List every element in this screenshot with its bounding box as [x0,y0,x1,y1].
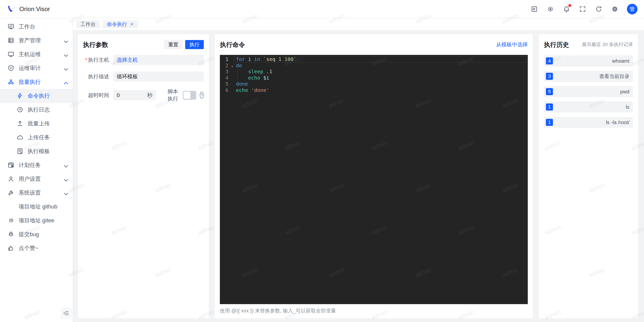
code-line: 2⌄do [220,62,528,69]
sidebar-item-label: 项目地址 github [19,203,57,210]
sidebar-item-log[interactable]: 执行日志 [0,103,73,117]
chevron-up-icon [63,80,67,84]
timeout-field-label: 超时时间 [83,92,109,99]
sidebar-item-label: 计划任务 [19,161,41,169]
code-text: sleep .1 [236,68,528,75]
code-editor[interactable]: 1for i in `seq 1 100`2⌄do3 sleep .14 ech… [220,55,528,304]
history-item[interactable]: 1ls [544,101,633,113]
sidebar-item-workbench[interactable]: 工作台 [0,20,73,33]
line-number: 5 [220,81,228,87]
fold-column [228,75,236,81]
exec-count-badge: 1 [546,103,553,111]
sidebar-item-audit[interactable]: 运维审计 [0,61,73,75]
app-title: Orion Visor [19,6,50,13]
code-text: do [236,62,528,69]
line-number: 1 [220,56,228,62]
sidebar-item-label: 工作台 [19,23,35,30]
sidebar-item-upload[interactable]: 批量上传 [0,117,73,130]
sidebar-item-system[interactable]: 系统设置 [0,186,73,200]
sidebar-item-gitee[interactable]: 项目地址 gitee [0,213,73,227]
fold-column [228,56,236,62]
timeout-input[interactable] [117,92,134,98]
exec-count-badge: 3 [546,73,553,80]
timeout-field: 秒 [113,90,156,100]
api-code-button[interactable] [527,2,541,16]
select-host-link[interactable]: 选择主机 [117,56,138,63]
sidebar-item-label: 执行日志 [28,106,50,114]
history-panel-title: 执行历史 [544,41,569,49]
sidebar-item-label: 命令执行 [28,92,50,100]
line-number: 2 [220,62,228,69]
history-item[interactable]: 4whoami [544,55,633,66]
sidebar-item-command[interactable]: 命令执行 [0,89,73,103]
exec-history-panel: 执行历史 展示最近 20 条执行记录 4whoami3查看当前目录5pwd1ls… [539,34,638,318]
upload-icon [17,120,23,127]
sidebar-item-label: 用户设置 [19,175,41,183]
tab-inactive[interactable]: 工作台 [76,20,100,28]
history-item[interactable]: 3查看当前目录 [544,71,633,82]
logo-icon [7,4,16,14]
line-number: 4 [220,75,228,81]
description-field [113,71,204,82]
sidebar-collapse-button[interactable] [60,307,72,319]
sidebar-item-host-ops[interactable]: 主机运维 [0,47,73,61]
assets-icon [8,37,14,44]
tab-close-icon[interactable] [130,22,134,26]
code-text: echo $i [236,75,528,81]
batch-icon [8,79,14,85]
reset-button[interactable]: 重置 [164,40,183,49]
like-icon [8,245,14,252]
code-line: 1for i in `seq 1 100` [220,56,528,62]
help-icon[interactable] [200,92,204,99]
tab-active[interactable]: 命令执行 [103,20,138,28]
sidebar-item-label: 点个赞~ [19,244,38,252]
sidebar-item-user[interactable]: 用户设置 [0,172,73,186]
menu-fold-icon [63,310,69,316]
sidebar-item-assets[interactable]: 资产管理 [0,33,73,47]
fold-column [228,68,236,75]
script-exec-label: 脚本执行 [168,88,179,102]
exec-description-input[interactable] [117,74,200,80]
audit-icon [8,65,14,71]
sidebar-item-template[interactable]: 执行模板 [0,144,73,158]
user-icon [8,175,14,182]
history-panel-subtitle: 展示最近 20 条执行记录 [582,41,633,48]
script-exec-toggle[interactable] [183,91,196,100]
history-item[interactable]: 1ls -la /root/ [544,117,633,128]
fullscreen-button[interactable] [576,2,590,16]
select-from-template-link[interactable]: 从模板中选择 [496,41,528,48]
user-avatar[interactable]: 管 [627,4,637,14]
history-item[interactable]: 5pwd [544,86,633,97]
notifications-bell-button[interactable] [559,2,574,16]
host-field-label: 执行主机 [83,56,109,63]
sidebar-item-github[interactable]: 项目地址 github [0,200,73,213]
history-command: ls -la /root/ [606,120,629,125]
sidebar-item-like[interactable]: 点个赞~ [0,241,73,255]
bug-icon [8,231,14,238]
exec-count-badge: 4 [546,57,553,64]
sidebar-item-label: 批量执行 [19,78,41,86]
sidebar-item-cloud[interactable]: 上传任务 [0,130,73,144]
timeout-unit: 秒 [147,92,152,99]
theme-sun-button[interactable] [543,2,557,16]
code-line: 3 sleep .1 [220,68,528,75]
exec-params-panel: 执行参数 重置 执行 执行主机 选择主机 执行描述 超时时间 秒 脚本执行 [78,34,209,318]
sidebar-item-label: 系统设置 [19,189,41,197]
settings-gear-button[interactable] [608,2,622,16]
execute-button[interactable]: 执行 [185,40,204,49]
history-command: ls [626,104,629,110]
workbench-icon [8,23,14,30]
fold-chevron-icon[interactable]: ⌄ [228,62,236,69]
sidebar-item-batch[interactable]: 批量执行 [0,75,73,89]
api-code-icon [531,6,538,13]
tab-label: 命令执行 [107,21,127,28]
sidebar-item-bug[interactable]: 提交bug [0,227,73,241]
sidebar-item-schedule[interactable]: 计划任务 [0,158,73,172]
exec-command-panel: 执行命令 从模板中选择 1for i in `seq 1 100`2⌄do3 s… [215,34,533,318]
github-icon [8,203,14,210]
system-icon [8,189,14,196]
sidebar-item-label: 批量上传 [28,120,50,127]
refresh-button[interactable] [592,2,606,16]
history-command: whoami [612,58,629,64]
host-select-field[interactable]: 选择主机 [113,55,204,65]
